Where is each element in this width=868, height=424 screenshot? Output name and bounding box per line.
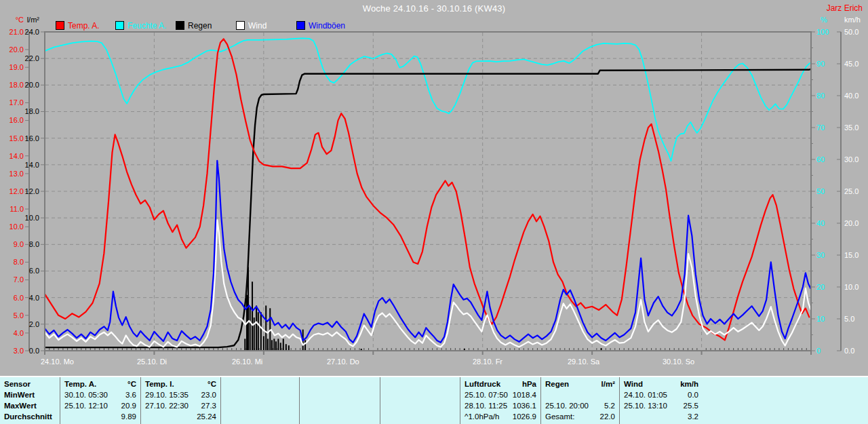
svg-text:30: 30 xyxy=(816,251,825,259)
max-datetime: 25.10. 13:10 xyxy=(624,400,667,411)
max-datetime: 25.10. 12:10 xyxy=(64,400,108,411)
svg-text:13.0: 13.0 xyxy=(9,170,24,178)
table-divider xyxy=(380,377,380,424)
svg-text:6.0: 6.0 xyxy=(14,294,24,302)
table-divider xyxy=(220,377,221,424)
svg-text:17.0: 17.0 xyxy=(9,98,24,107)
table-divider xyxy=(60,377,60,424)
svg-text:5.0: 5.0 xyxy=(844,315,854,323)
table-col-wind: Windkm/h 24.10. 01:050.0 25.10. 13:1025.… xyxy=(624,379,698,422)
svg-text:20.0: 20.0 xyxy=(9,45,24,54)
svg-text:12.0: 12.0 xyxy=(25,187,39,195)
svg-text:16.0: 16.0 xyxy=(25,134,39,142)
col-unit: km/h xyxy=(680,379,698,389)
max-datetime: 27.10. 22:30 xyxy=(145,400,189,411)
avg-value: 1026.9 xyxy=(513,411,536,422)
table-divider xyxy=(619,377,620,424)
min-datetime: 29.10. 15:35 xyxy=(145,389,189,400)
svg-text:70: 70 xyxy=(816,123,825,132)
table-divider xyxy=(540,377,541,424)
max-value: 1036.1 xyxy=(513,400,536,411)
max-value: 25.5 xyxy=(684,400,698,411)
svg-text:60: 60 xyxy=(816,155,825,163)
svg-text:45.0: 45.0 xyxy=(844,60,859,68)
table-row-labels: Sensor MinWert MaxWert Durchschnitt xyxy=(4,379,57,422)
svg-text:l/m²: l/m² xyxy=(27,16,40,24)
svg-text:80: 80 xyxy=(816,92,825,100)
svg-text:19.0: 19.0 xyxy=(9,63,24,71)
svg-text:15.0: 15.0 xyxy=(9,134,24,142)
svg-text:16.0: 16.0 xyxy=(9,116,24,124)
svg-text:14.0: 14.0 xyxy=(9,152,24,160)
svg-text:25.0: 25.0 xyxy=(844,187,859,195)
svg-text:15.0: 15.0 xyxy=(844,251,859,259)
svg-text:km/h: km/h xyxy=(844,16,861,24)
min-value: 3.6 xyxy=(125,389,136,400)
table-divider xyxy=(299,377,300,424)
avg-value: 9.89 xyxy=(121,411,136,422)
svg-text:22.0: 22.0 xyxy=(25,54,39,62)
table-divider xyxy=(140,377,141,424)
row-label: Durchschnitt xyxy=(4,411,52,422)
svg-text:%: % xyxy=(821,16,827,24)
statistics-table: Sensor MinWert MaxWert Durchschnitt Temp… xyxy=(0,376,868,424)
col-name: Luftdruck xyxy=(465,379,500,389)
table-col-temp-i: Temp. I.°C 29.10. 15:3523.0 27.10. 22:30… xyxy=(145,379,216,422)
table-col-temp-a: Temp. A.°C 30.10. 05:303.6 25.10. 12:102… xyxy=(64,379,136,422)
svg-text:10.0: 10.0 xyxy=(9,223,24,231)
svg-text:28.10. Fr: 28.10. Fr xyxy=(473,358,502,366)
avg-label: Gesamt: xyxy=(545,411,574,422)
col-unit: hPa xyxy=(522,379,536,389)
col-name: Temp. A. xyxy=(64,379,96,389)
svg-text:20.0: 20.0 xyxy=(844,219,859,227)
svg-text:24.0: 24.0 xyxy=(25,28,39,36)
min-datetime: 25.10. 07:50 xyxy=(465,389,508,400)
svg-text:0.0: 0.0 xyxy=(29,347,39,355)
max-value: 5.2 xyxy=(604,400,615,411)
col-unit: l/m² xyxy=(601,379,615,389)
row-label: Sensor xyxy=(4,379,31,389)
svg-text:11.0: 11.0 xyxy=(9,205,24,213)
svg-text:6.0: 6.0 xyxy=(29,267,39,275)
svg-text:90: 90 xyxy=(816,60,825,68)
max-value: 27.3 xyxy=(201,400,216,411)
svg-text:3.0: 3.0 xyxy=(14,347,24,355)
svg-text:7.0: 7.0 xyxy=(14,275,24,284)
table-col-pressure: LuftdruckhPa 25.10. 07:501018.4 28.10. 1… xyxy=(465,379,536,422)
svg-text:10: 10 xyxy=(816,315,825,323)
svg-text:°C: °C xyxy=(16,16,24,24)
svg-text:18.0: 18.0 xyxy=(25,107,39,115)
svg-text:30.0: 30.0 xyxy=(844,155,859,163)
max-datetime: 25.10. 20:00 xyxy=(545,400,589,411)
avg-value: 22.0 xyxy=(600,411,615,422)
table-col-rain: Regenl/m² 25.10. 20:005.2 Gesamt:22.0 xyxy=(545,379,615,422)
col-name: Regen xyxy=(545,379,569,389)
col-name: Wind xyxy=(624,379,643,389)
svg-text:24.10. Mo: 24.10. Mo xyxy=(41,358,74,366)
row-label: MinWert xyxy=(4,389,35,400)
min-value: 23.0 xyxy=(201,389,216,400)
table-divider xyxy=(460,377,460,424)
max-value: 20.9 xyxy=(121,400,136,411)
svg-text:8.0: 8.0 xyxy=(29,240,39,248)
svg-text:14.0: 14.0 xyxy=(25,161,39,169)
col-unit: °C xyxy=(208,379,216,389)
svg-text:10.0: 10.0 xyxy=(844,283,859,291)
min-value: 0.0 xyxy=(688,389,698,400)
svg-text:25.10. Di: 25.10. Di xyxy=(137,358,167,366)
avg-value: 3.2 xyxy=(688,411,698,422)
svg-text:29.10. Sa: 29.10. Sa xyxy=(568,358,600,366)
svg-text:40.0: 40.0 xyxy=(844,92,859,100)
max-datetime: 28.10. 11:25 xyxy=(465,400,507,411)
row-label: MaxWert xyxy=(4,400,37,411)
svg-text:0: 0 xyxy=(816,347,821,355)
weather-station-app: Woche 24.10.16 - 30.10.16 (KW43) Jarz Er… xyxy=(0,0,868,424)
min-datetime: 30.10. 05:30 xyxy=(64,389,108,400)
svg-text:4.0: 4.0 xyxy=(14,329,24,337)
svg-text:30.10. So: 30.10. So xyxy=(663,358,694,366)
weather-week-chart: 3.04.05.06.07.08.09.010.011.012.013.014.… xyxy=(0,0,868,376)
svg-text:0.0: 0.0 xyxy=(844,347,854,355)
svg-text:12.0: 12.0 xyxy=(9,187,24,195)
svg-text:4.0: 4.0 xyxy=(29,294,39,302)
svg-text:27.10. Do: 27.10. Do xyxy=(327,358,359,366)
